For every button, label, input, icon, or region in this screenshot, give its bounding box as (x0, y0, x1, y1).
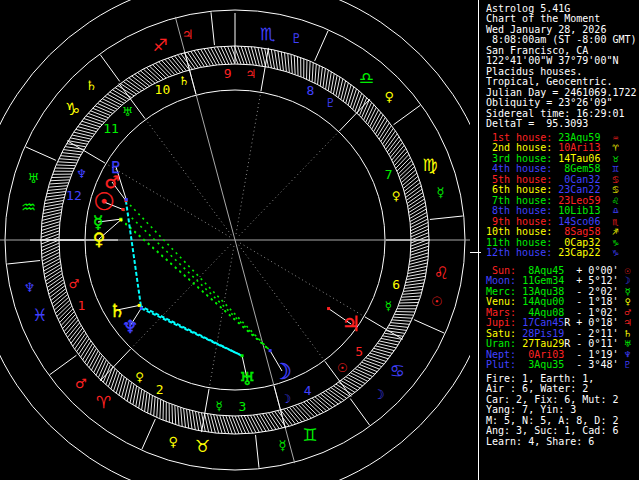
sign-ruler-icon: ♂ (75, 376, 87, 391)
planet-label: Plut: (486, 359, 516, 370)
chart-wheel: ☉☽☿♀♂♃♄♅♆♇♈♂♉♀♊☿♋☽♌☉♍☿♎♀♏♇♐♃♑♄♒♅♓♆1♂2♀3☿… (0, 0, 470, 480)
sign-ruler-icon: ♆ (24, 280, 36, 295)
house-label: 7th house: (486, 195, 552, 206)
astrolog-window: ☉☽☿♀♂♃♄♅♆♇♈♂♉♀♊☿♋☽♌☉♍☿♎♀♏♇♐♃♑♄♒♅♓♆1♂2♀3☿… (0, 0, 640, 480)
zodiac-sign-icon: ♌ (600, 195, 618, 206)
house-number: 2 (156, 382, 164, 397)
planet-icon: ♀ (618, 296, 630, 307)
sign-ruler-icon: ♅ (27, 171, 39, 186)
planet-position-value: 14Aqu00 (516, 296, 564, 307)
zodiac-sign-icon: ♋ (600, 184, 618, 195)
house-number: 5 (355, 344, 363, 359)
house-label: 1st house: (486, 132, 552, 143)
house-ruler-icon: ♄ (179, 74, 190, 88)
planet-position-value: 8Aqu45 (516, 265, 564, 276)
info-panel: Astrolog 5.41GChart of the MomentWed Jan… (470, 0, 640, 480)
planet-icon: ☽ (618, 275, 630, 286)
sign-glyph-cancer-icon: ♋ (390, 361, 405, 381)
house-number: 9 (224, 66, 232, 81)
house-label: 4th house: (486, 163, 552, 174)
sign-ruler-icon: ☿ (437, 185, 445, 200)
planet-position-value: 4Aqu08 (516, 307, 564, 318)
house-ruler-icon: ☿ (385, 299, 392, 313)
list-separator-tick (470, 252, 481, 253)
house-ruler-icon: ☿ (215, 399, 222, 413)
house-ruler-icon: ☽ (281, 392, 292, 406)
house-cusp-value: 8Sag58 (552, 226, 600, 237)
planet-position-value: 27Tau29 (516, 338, 564, 349)
planet-position-dot (241, 354, 244, 357)
planet-velocity: + 0°18' (570, 317, 618, 328)
planet-position-value: 17Can45 (516, 317, 564, 328)
sign-ruler-icon: ☽ (373, 387, 385, 402)
house-cusp-value: 23Aqu59 (552, 132, 600, 143)
planet-position-dot (327, 307, 330, 310)
degree-tick (51, 177, 70, 178)
zodiac-sign-icon: ♏ (600, 216, 618, 227)
planet-label: Merc: (486, 286, 516, 297)
house-number: 4 (304, 383, 312, 398)
house-label: 5th house: (486, 174, 552, 185)
planet-velocity: - 3°48' (570, 359, 618, 370)
house-number: 12 (66, 188, 82, 203)
sign-ruler-icon: ☿ (279, 438, 287, 453)
house-cusp-row: 12th house: 23Cap22 ♑ (486, 248, 618, 258)
planet-position-dot (119, 218, 122, 221)
house-cusp-value: 14Sco06 (552, 216, 600, 227)
summary-line: Learn: 4, Share: 6 (486, 437, 618, 447)
house-label: 3rd house: (486, 153, 552, 164)
zodiac-sign-icon: ♊ (600, 163, 618, 174)
zodiac-sign-icon: ♎ (600, 205, 618, 216)
house-ruler-icon: ♀ (135, 370, 144, 384)
chart-info-line: Obliquity = 23°26'09" (486, 98, 637, 108)
sign-glyph-virgo-icon: ♍ (422, 155, 437, 175)
planet-position-value: 3Aqu35 (516, 359, 564, 370)
planet-label: Venu: (486, 296, 516, 307)
sign-ruler-icon: ♀ (169, 434, 179, 449)
sign-ruler-icon: ♇ (291, 31, 303, 46)
planet-velocity: + 0°00' (570, 265, 618, 276)
planet-glyph-pluto-icon: ♇ (109, 158, 123, 177)
zodiac-sign-icon: ♋ (600, 174, 618, 185)
house-cusp-value: 10Ari13 (552, 142, 600, 153)
zodiac-sign-icon: ♐ (600, 226, 618, 237)
planet-position-value: 13Aqu38 (516, 286, 564, 297)
planet-icon: ♇ (618, 359, 630, 370)
sign-ruler-icon: ♄ (85, 78, 97, 93)
sign-glyph-capricorn-icon: ♑ (65, 99, 80, 119)
house-cusp-value: 23Cap22 (552, 247, 600, 258)
house-ruler-icon: ♃ (245, 67, 256, 81)
planet-position-dot (269, 349, 272, 352)
zodiac-sign-icon: ♒ (600, 132, 618, 143)
planet-icon: ♄ (618, 328, 630, 339)
degree-tick (297, 56, 298, 75)
house-number: 11 (103, 121, 119, 136)
planet-position-list: Sun: 8Aqu45 + 0°00' ☉Moon: 11Gem34 + 5°1… (486, 266, 631, 371)
planet-glyph-moon-icon: ☽ (272, 359, 292, 384)
planet-velocity: - 1°19' (570, 349, 618, 360)
house-label: 11th house: (486, 237, 552, 248)
house-label: 12th house: (486, 247, 552, 258)
chart-info-line: DeltaT = 95.3093 (486, 119, 637, 129)
planet-position-dot (125, 198, 128, 201)
house-number: 1 (77, 298, 85, 313)
planet-icon: ♃ (618, 317, 630, 328)
planet-label: Moon: (486, 275, 516, 286)
planet-position-value: 11Gem34 (516, 275, 564, 286)
sign-glyph-sagittarius-icon: ♐ (152, 35, 167, 55)
zodiac-sign-icon: ♑ (600, 247, 618, 258)
planet-label: Sun: (486, 265, 516, 276)
planet-position-value: 0Ari03 (516, 349, 564, 360)
planet-label: Mars: (486, 307, 516, 318)
house-ruler-icon: ♅ (122, 105, 133, 119)
planet-icon: ♅ (618, 338, 630, 349)
sign-glyph-aquarius-icon: ♒ (21, 197, 36, 217)
planet-icon: ♆ (618, 349, 630, 360)
sign-glyph-scorpio-icon: ♏ (260, 24, 275, 44)
sign-glyph-pisces-icon: ♓ (32, 305, 47, 325)
planet-velocity: - 0°11' (570, 338, 618, 349)
planet-velocity: - 2°11' (570, 328, 618, 339)
planet-position-dot (140, 307, 143, 310)
element-summary-block: Fire: 1, Earth: 1,Air : 6, Water: 2Car: … (486, 374, 618, 447)
house-ruler-icon: ♂ (68, 277, 79, 291)
